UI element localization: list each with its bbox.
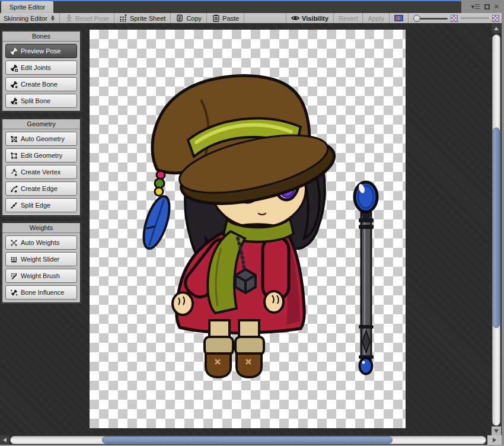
vertical-scroll-thumb[interactable] (493, 128, 500, 328)
reset-pose-label: Reset Pose (75, 15, 109, 22)
scroll-down-button[interactable] (492, 426, 501, 436)
edit-joints-bone-icon (9, 63, 18, 72)
zoom-slider-handle[interactable] (413, 15, 420, 22)
create-vertex-button[interactable]: Create Vertex (5, 165, 77, 179)
button-label: Create Bone (21, 81, 58, 88)
sprite-editor-window: ▾☰ ✕ Sprite Editor Skinning Editor Reset… (0, 0, 504, 446)
paste-icon (212, 14, 220, 23)
sprite-sheet-label: Sprite Sheet (130, 15, 166, 22)
scroll-right-button[interactable] (487, 435, 502, 445)
window-right-border (502, 0, 504, 446)
sprite-sheet-icon (119, 14, 127, 23)
skinning-editor-label: Skinning Editor (4, 15, 47, 22)
feather (139, 193, 175, 251)
button-label: Weight Brush (21, 272, 60, 279)
split-edge-button[interactable]: Split Edge (5, 198, 77, 212)
rgb-swatch-icon (394, 15, 403, 21)
character-sprite (90, 30, 406, 428)
weight-slider-button[interactable]: Weight Slider (5, 252, 77, 266)
scroll-left-button[interactable] (0, 435, 9, 445)
bead-yellow (155, 187, 163, 196)
visibility-toggle[interactable]: Visibility (286, 13, 333, 23)
revert-button[interactable]: Revert (333, 13, 362, 23)
create-edge-button[interactable]: Create Edge (5, 181, 77, 196)
scroll-up-button[interactable] (492, 24, 501, 33)
maximize-icon[interactable] (484, 4, 490, 9)
mip-slider[interactable] (461, 17, 489, 19)
unity-cube-pendant (235, 269, 256, 293)
dropdown-menu-icon[interactable]: ▾☰ (471, 4, 480, 10)
texture-preview-icon (451, 15, 458, 22)
weight-slider-icon (9, 255, 18, 263)
paste-button[interactable]: Paste (207, 13, 244, 23)
left-boot-cuff (205, 337, 233, 355)
copy-icon (176, 14, 184, 23)
horizontal-scrollbar (0, 435, 502, 445)
edit-geometry-icon (9, 151, 18, 160)
auto-geometry-button[interactable]: Auto Geometry (5, 132, 77, 146)
vertical-scroll-track[interactable] (492, 34, 500, 426)
create-vertex-icon (9, 168, 18, 176)
geometry-panel: Geometry Auto GeometryEdit GeometryCreat… (2, 119, 81, 216)
bones-panel: Bones Preview PoseEdit JointsCreate Bone… (2, 31, 81, 112)
sprite-sheet-button[interactable]: Sprite Sheet (114, 13, 171, 23)
button-label: Create Edge (21, 185, 58, 192)
edit-geometry-button[interactable]: Edit Geometry (5, 148, 77, 163)
copy-label: Copy (186, 15, 202, 22)
paste-label: Paste (222, 15, 239, 22)
preview-pose-button[interactable]: Preview Pose (5, 44, 77, 58)
button-label: Auto Weights (21, 239, 59, 246)
reset-pose-button[interactable]: Reset Pose (60, 13, 114, 23)
tab-title: Sprite Editor (9, 4, 46, 11)
weights-panel-title: Weights (2, 223, 80, 233)
button-label: Edit Joints (21, 64, 51, 71)
rgb-alpha-toggle[interactable] (389, 13, 408, 23)
close-icon[interactable]: ✕ (494, 4, 499, 10)
chevron-updown-icon (51, 15, 55, 21)
pose-figure-icon (65, 14, 73, 23)
revert-label: Revert (339, 15, 358, 22)
sprite-canvas[interactable] (90, 30, 406, 428)
bone-influence-icon (9, 288, 18, 297)
horizontal-scroll-track[interactable] (10, 436, 486, 444)
copy-button[interactable]: Copy (171, 13, 207, 23)
create-bone-button[interactable]: Create Bone (5, 77, 77, 91)
button-label: Bone Influence (21, 289, 64, 296)
bones-panel-title: Bones (2, 31, 80, 42)
toolbar: Skinning Editor Reset Pose Sprite Sheet … (0, 13, 504, 24)
titlebar (0, 0, 462, 13)
tab-sprite-editor[interactable]: Sprite Editor (1, 1, 53, 13)
button-label: Edit Geometry (21, 152, 62, 159)
button-label: Split Bone (21, 97, 50, 104)
staff-orb-bottom (360, 358, 372, 374)
bone-influence-button[interactable]: Bone Influence (5, 285, 77, 300)
staff-sprite (355, 182, 377, 374)
auto-weights-icon (9, 238, 18, 247)
create-bone-icon (9, 80, 18, 88)
auto-weights-button[interactable]: Auto Weights (5, 235, 77, 250)
create-edge-icon (9, 184, 18, 193)
edit-joints-button[interactable]: Edit Joints (5, 60, 77, 75)
button-label: Auto Geometry (21, 135, 65, 142)
apply-button[interactable]: Apply (362, 13, 389, 23)
left-hand (173, 292, 193, 315)
zoom-slider[interactable] (413, 15, 448, 22)
button-label: Create Vertex (21, 168, 60, 176)
horizontal-scroll-thumb[interactable] (102, 437, 393, 444)
split-edge-icon (9, 201, 18, 209)
visibility-label: Visibility (302, 15, 328, 22)
split-bone-button[interactable]: Split Bone (5, 94, 77, 108)
auto-geometry-icon (9, 135, 18, 143)
geometry-panel-title: Geometry (2, 119, 80, 129)
vertical-scrollbar (492, 24, 501, 436)
skinning-editor-dropdown[interactable]: Skinning Editor (0, 13, 60, 23)
left-boot (206, 353, 231, 377)
toolbar-right: Visibility Revert Apply (286, 13, 504, 23)
split-bone-icon (9, 97, 18, 105)
zoom-slider-zone (408, 13, 504, 23)
right-hand (264, 291, 283, 313)
weight-brush-button[interactable]: Weight Brush (5, 269, 77, 283)
eye-icon (291, 14, 299, 23)
button-label: Preview Pose (21, 47, 60, 55)
weights-panel: Weights Auto WeightsWeight SliderWeight … (2, 222, 81, 303)
